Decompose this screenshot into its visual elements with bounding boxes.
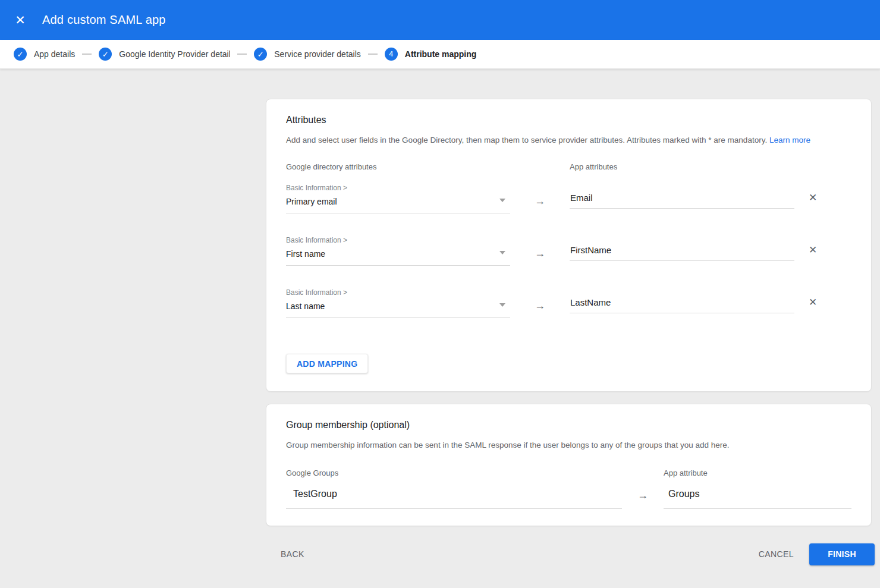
add-mapping-button[interactable]: ADD MAPPING: [286, 354, 368, 373]
maps-to-arrow-icon: →: [510, 248, 570, 259]
page-title: Add custom SAML app: [42, 13, 166, 27]
step-connector: [368, 54, 378, 55]
dropdown-arrow-icon: [499, 251, 505, 254]
step-complete-badge: ✓: [14, 48, 27, 61]
maps-to-arrow-icon: →: [622, 489, 664, 502]
step-google-idp-details[interactable]: ✓ Google Identity Provider details: [99, 48, 230, 61]
step-connector: [82, 54, 92, 55]
attribute-category-label: Basic Information >: [286, 184, 510, 192]
close-icon[interactable]: ✕: [8, 8, 32, 32]
group-app-attribute-input[interactable]: Groups: [664, 485, 851, 509]
remove-mapping-icon[interactable]: ✕: [809, 297, 817, 307]
step-complete-badge: ✓: [254, 48, 267, 61]
attribute-category-label: Basic Information >: [286, 236, 510, 244]
maps-to-arrow-icon: →: [510, 196, 570, 206]
step-label: App details: [34, 49, 75, 59]
attributes-card-title: Attributes: [286, 115, 851, 125]
app-attribute-input[interactable]: LastName: [570, 297, 794, 313]
step-number: 4: [389, 51, 393, 58]
google-groups-header: Google Groups: [286, 468, 664, 477]
attributes-column-headers: Google directory attributes App attribut…: [286, 162, 851, 171]
attributes-card-description: Add and select user fields in the Google…: [286, 135, 851, 146]
attributes-card: Attributes Add and select user fields in…: [266, 99, 872, 392]
mapping-row: Basic Information > Primary email → Emai…: [286, 184, 851, 213]
remove-mapping-icon[interactable]: ✕: [809, 193, 817, 203]
dropdown-arrow-icon: [499, 199, 505, 202]
directory-attribute-select[interactable]: Basic Information > Primary email: [286, 184, 510, 213]
mapping-row: Basic Information > Last name → LastName…: [286, 288, 851, 318]
app-attribute-input[interactable]: FirstName: [570, 244, 794, 261]
directory-attribute-value: Primary email: [286, 196, 337, 207]
directory-attribute-value: Last name: [286, 301, 325, 312]
cancel-button[interactable]: CANCEL: [759, 549, 794, 559]
group-membership-card: Group membership (optional) Group member…: [266, 404, 872, 526]
step-label: Service provider details: [274, 49, 361, 59]
step-complete-badge: ✓: [99, 48, 112, 61]
group-mapping-row: TestGroup → Groups: [286, 485, 851, 509]
attribute-category-label: Basic Information >: [286, 288, 510, 297]
finish-button[interactable]: FINISH: [809, 543, 875, 565]
group-membership-title: Group membership (optional): [286, 420, 851, 430]
step-number-badge: 4: [385, 48, 398, 61]
app-attribute-input[interactable]: Email: [570, 192, 794, 209]
learn-more-link[interactable]: Learn more: [769, 136, 810, 144]
app-attribute-header: App attribute: [664, 468, 708, 477]
select-value-row: First name: [286, 244, 510, 266]
check-icon: ✓: [102, 51, 109, 58]
step-service-provider-details[interactable]: ✓ Service provider details: [254, 48, 361, 61]
dropdown-arrow-icon: [499, 303, 505, 307]
group-membership-description: Group membership information can be sent…: [286, 440, 851, 451]
select-value-row: Primary email: [286, 192, 510, 213]
step-label: Attribute mapping: [405, 49, 477, 59]
group-column-headers: Google Groups App attribute: [286, 468, 851, 477]
maps-to-arrow-icon: →: [510, 300, 570, 311]
step-label: Google Identity Provider details: [119, 49, 230, 59]
back-button[interactable]: BACK: [281, 549, 304, 559]
wizard-footer: BACK CANCEL FINISH: [266, 536, 875, 572]
check-icon: ✓: [17, 51, 24, 58]
mapping-row: Basic Information > First name → FirstNa…: [286, 236, 851, 266]
page-content: Attributes Add and select user fields in…: [0, 69, 880, 588]
step-app-details[interactable]: ✓ App details: [14, 48, 75, 61]
step-attribute-mapping[interactable]: 4 Attribute mapping: [385, 48, 477, 61]
check-icon: ✓: [257, 51, 264, 58]
wizard-stepper: ✓ App details ✓ Google Identity Provider…: [0, 40, 880, 69]
step-connector: [237, 54, 247, 55]
attributes-description-text: Add and select user fields in the Google…: [286, 136, 767, 144]
directory-attribute-select[interactable]: Basic Information > Last name: [286, 288, 510, 318]
app-attributes-header: App attributes: [570, 162, 617, 171]
google-groups-input[interactable]: TestGroup: [286, 485, 622, 509]
select-value-row: Last name: [286, 297, 510, 318]
remove-mapping-icon[interactable]: ✕: [809, 245, 817, 255]
directory-attribute-select[interactable]: Basic Information > First name: [286, 236, 510, 266]
google-directory-attributes-header: Google directory attributes: [286, 162, 570, 171]
directory-attribute-value: First name: [286, 249, 325, 259]
app-header: ✕ Add custom SAML app: [0, 0, 880, 40]
